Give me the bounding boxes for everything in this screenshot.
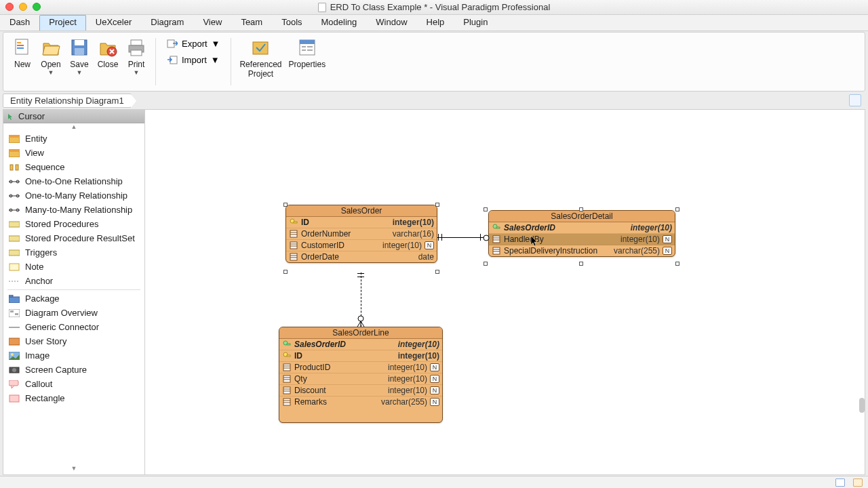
close-icon <box>97 37 119 58</box>
print-button[interactable]: Print ▼ <box>123 35 150 77</box>
breadcrumb-tab[interactable]: Entity Relationship Diagram1 <box>3 94 132 108</box>
properties-button[interactable]: Properties <box>286 35 329 70</box>
svg-rect-79 <box>283 375 290 382</box>
svg-rect-6 <box>75 48 84 55</box>
chevron-down-icon: ▼ <box>212 39 220 49</box>
menu-dash[interactable]: Dash <box>0 15 39 30</box>
chevron-down-icon: ▼ <box>77 69 83 76</box>
column-salesorderid[interactable]: SalesOrderIDinteger(10) <box>489 222 675 234</box>
palette-callout[interactable]: Callout <box>3 377 144 391</box>
menu-uexceler[interactable]: UeXceler <box>86 15 141 30</box>
svg-rect-21 <box>9 135 20 138</box>
notes-icon[interactable] <box>853 479 863 487</box>
titlebar: ERD To Class Example * - Visual Paradigm… <box>0 0 868 15</box>
menu-tools[interactable]: Tools <box>272 15 311 30</box>
new-button[interactable]: New <box>9 35 36 70</box>
close-project-button[interactable]: Close <box>94 35 121 70</box>
column-customerid[interactable]: CustomerIDinteger(10)N <box>286 240 437 251</box>
column-handledby[interactable]: HandledByinteger(10)N <box>489 234 675 245</box>
menu-help[interactable]: Help <box>417 15 454 30</box>
palette-one-to-one-relationship[interactable]: One-to-One Relationship <box>3 174 144 188</box>
nullable-badge: N <box>430 398 439 406</box>
menu-modeling[interactable]: Modeling <box>312 15 367 30</box>
palette-user-story[interactable]: User Story <box>3 334 144 348</box>
palette-many-to-many-relationship[interactable]: Many-to-Many Relationship <box>3 203 144 217</box>
menu-plugin[interactable]: Plugin <box>454 15 497 30</box>
palette-one-to-many-relationship[interactable]: One-to-Many Relationship <box>3 188 144 203</box>
svg-rect-25 <box>16 165 18 170</box>
save-button[interactable]: Save ▼ <box>66 35 93 77</box>
palette-diagram-overview[interactable]: Diagram Overview <box>3 306 144 320</box>
palette-item-icon <box>9 263 20 271</box>
palette-rectangle[interactable]: Rectangle <box>3 391 144 405</box>
svg-rect-61 <box>290 253 297 260</box>
svg-rect-38 <box>9 264 19 270</box>
column-discount[interactable]: Discountinteger(10)N <box>279 385 442 396</box>
diagram-navigator-button[interactable] <box>849 94 861 106</box>
column-icon <box>289 218 298 226</box>
menu-team[interactable]: Team <box>231 15 272 30</box>
palette-item-icon <box>9 366 20 374</box>
palette-item-icon <box>9 380 20 388</box>
column-productid[interactable]: ProductIDinteger(10)N <box>279 362 442 373</box>
minimize-window-button[interactable] <box>19 3 27 11</box>
palette-triggers[interactable]: Triggers <box>3 245 144 260</box>
palette-stored-procedure-resultset[interactable]: Stored Procedure ResultSet <box>3 231 144 245</box>
svg-rect-16 <box>302 46 306 47</box>
column-icon <box>289 241 298 249</box>
export-button[interactable]: Export ▼ <box>164 37 222 50</box>
palette-cursor[interactable]: Cursor <box>3 110 144 123</box>
svg-rect-23 <box>9 149 20 152</box>
entity-title: SalesOrder <box>286 205 437 217</box>
palette-sequence[interactable]: Sequence <box>3 160 144 174</box>
entity-salesorderdetail[interactable]: SalesOrderDetail SalesOrderIDinteger(10)… <box>488 210 675 257</box>
canvas-scrollbar[interactable] <box>859 398 865 413</box>
menu-diagram[interactable]: Diagram <box>141 15 193 30</box>
menubar: DashProjectUeXcelerDiagramViewTeamToolsM… <box>0 15 868 31</box>
column-specialdeliveryinstruction[interactable]: SpecialDeliveryInstructionvarchar(255)N <box>489 245 675 256</box>
column-remarks[interactable]: Remarksvarchar(255)N <box>279 396 442 407</box>
maximize-window-button[interactable] <box>33 3 41 11</box>
column-orderdate[interactable]: OrderDatedate <box>286 251 437 262</box>
menu-project[interactable]: Project <box>39 15 85 30</box>
nullable-badge: N <box>430 375 439 383</box>
palette-generic-connector[interactable]: Generic Connector <box>3 320 144 334</box>
svg-rect-37 <box>9 250 20 256</box>
entity-salesorderline[interactable]: SalesOrderLine SalesOrderIDinteger(10)ID… <box>279 327 443 423</box>
column-id[interactable]: IDinteger(10) <box>286 217 437 228</box>
ribbon-separator <box>155 38 156 85</box>
palette-scroll-up[interactable]: ▲ <box>3 123 144 131</box>
palette-scroll-down[interactable]: ▼ <box>3 465 144 474</box>
statusbar <box>0 476 868 488</box>
palette-anchor[interactable]: Anchor <box>3 274 144 288</box>
menu-window[interactable]: Window <box>366 15 416 30</box>
palette-image[interactable]: Image <box>3 348 144 363</box>
column-salesorderid[interactable]: SalesOrderIDinteger(10) <box>279 339 442 350</box>
svg-rect-82 <box>283 387 290 394</box>
column-qty[interactable]: Qtyinteger(10)N <box>279 373 442 385</box>
palette-view[interactable]: View <box>3 146 144 160</box>
referenced-project-button[interactable]: Referenced Project <box>237 35 284 80</box>
svg-rect-85 <box>283 399 290 405</box>
menu-view[interactable]: View <box>193 15 231 30</box>
palette-note[interactable]: Note <box>3 260 144 274</box>
palette-screen-capture[interactable]: Screen Capture <box>3 363 144 377</box>
entity-salesorder[interactable]: SalesOrder IDinteger(10)OrderNumbervarch… <box>285 205 437 263</box>
entity-title: SalesOrderDetail <box>489 211 675 222</box>
svg-rect-10 <box>131 50 142 56</box>
column-icon <box>282 386 292 394</box>
column-ordernumber[interactable]: OrderNumbervarchar(16) <box>286 228 437 240</box>
message-icon[interactable] <box>835 479 845 487</box>
palette-stored-procedures[interactable]: Stored Procedures <box>3 217 144 231</box>
open-button[interactable]: Open ▼ <box>37 35 64 77</box>
column-icon <box>282 363 292 371</box>
column-id[interactable]: IDinteger(10) <box>279 350 442 362</box>
new-icon <box>12 37 33 58</box>
import-button[interactable]: Import ▼ <box>164 53 222 66</box>
svg-rect-8 <box>131 40 142 45</box>
palette-entity[interactable]: Entity <box>3 131 144 146</box>
diagram-canvas[interactable]: SalesOrder IDinteger(10)OrderNumbervarch… <box>145 109 865 475</box>
palette-package[interactable]: Package <box>3 291 144 306</box>
close-window-button[interactable] <box>5 3 14 11</box>
svg-rect-24 <box>10 165 13 170</box>
